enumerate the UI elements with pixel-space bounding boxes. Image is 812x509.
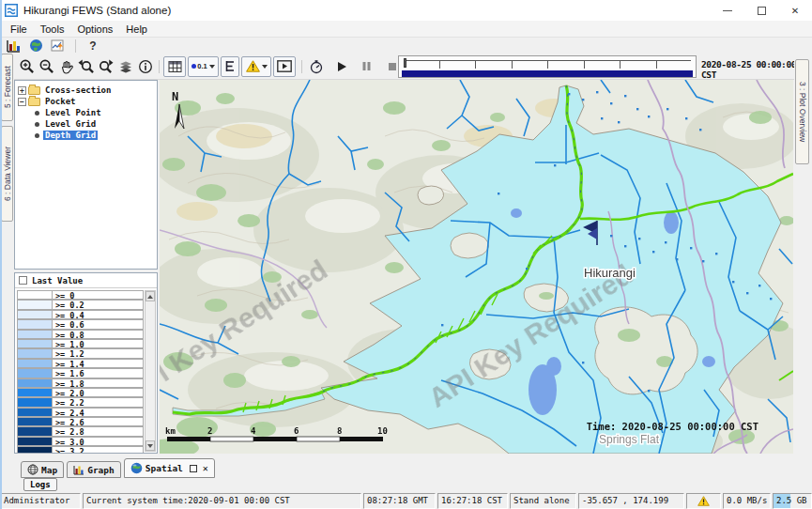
legend-color-swatch [17, 290, 53, 300]
logs-button[interactable]: Logs [23, 478, 57, 491]
legend-row-label: >= 2.4 [53, 408, 144, 417]
tree-item-pocket[interactable]: Pocket [17, 96, 155, 107]
timeline-ticks [404, 60, 691, 69]
timeline-slider[interactable] [398, 55, 697, 78]
menu-item[interactable]: File [4, 23, 34, 36]
chevron-down-icon [262, 65, 268, 69]
legend-color-swatch [17, 348, 53, 358]
left-tab-strip: 5 : Forecast 6 : Data Viewer [0, 54, 14, 457]
legend-row-label: >= 1.8 [53, 378, 144, 388]
legend-row[interactable]: >= 2.0 [17, 388, 144, 397]
close-panel-icon[interactable] [200, 463, 208, 473]
pan-button[interactable] [56, 56, 76, 77]
collapse-icon[interactable] [18, 98, 26, 106]
toolbar-separator [301, 60, 302, 73]
legend-row[interactable]: >= 0.4 [17, 310, 144, 319]
status-memory: 2.5 GB [773, 493, 812, 509]
legend-row-label: >= 2.6 [53, 417, 144, 426]
scale-tick: 10 [377, 426, 388, 436]
tree-item-level-grid[interactable]: Level Grid [17, 118, 155, 130]
longitudinal-profile-toggle[interactable] [221, 56, 239, 77]
tab-map[interactable]: Map [21, 461, 64, 478]
threshold-value: 0.1 [197, 62, 207, 70]
zoom-next-button[interactable] [96, 56, 115, 77]
grid-display-toggle[interactable] [163, 56, 186, 77]
legend-header: Last Value [15, 273, 157, 288]
legend-row[interactable]: >= 0.2 [17, 300, 144, 309]
zoom-in-button[interactable] [17, 56, 37, 77]
menu-item[interactable]: Tools [34, 23, 71, 36]
spatial-globe-icon [130, 462, 143, 474]
legend-color-swatch [17, 359, 53, 368]
animation-speed-button[interactable] [306, 56, 326, 77]
map-display-button[interactable] [26, 39, 45, 54]
tab-graph[interactable]: Graph [67, 461, 121, 478]
maximize-button[interactable] [744, 0, 778, 21]
tab-spatial-label: Spatial [146, 463, 183, 473]
legend-row[interactable]: >= 1.4 [17, 359, 144, 368]
pause-button[interactable] [357, 56, 376, 77]
tree-item-depth-grid[interactable]: Depth Grid [17, 130, 155, 141]
tab-forecast[interactable]: 5 : Forecast [1, 54, 13, 121]
status-warning-cell[interactable] [686, 493, 721, 509]
tab-map-label: Map [41, 465, 57, 475]
scroll-up-button[interactable] [146, 291, 155, 301]
expand-icon[interactable] [18, 86, 26, 95]
status-bar: Administrator Current system time:2020-0… [0, 493, 812, 509]
zoom-previous-button[interactable] [76, 56, 96, 77]
info-button[interactable] [135, 56, 155, 77]
logs-row: Logs [0, 478, 812, 493]
legend-row[interactable]: >= 1.0 [17, 339, 144, 348]
legend-scrollbar[interactable] [145, 290, 156, 452]
menu-item[interactable]: Help [119, 23, 154, 36]
thresholds-dropdown[interactable] [241, 56, 271, 77]
timeseries-dialog-button[interactable] [49, 39, 68, 54]
legend-row[interactable]: >= 0.6 [17, 319, 144, 329]
legend-row[interactable]: >= 2.6 [17, 417, 144, 426]
class-break-threshold-dropdown[interactable]: 0.1 [188, 56, 219, 77]
legend-color-swatch [17, 397, 53, 407]
legend-row[interactable]: >= 1.8 [17, 378, 144, 388]
map-panel[interactable]: API Key Required API Key Required Hikura… [160, 80, 793, 454]
legend-row[interactable]: >= 3.0 [17, 437, 144, 446]
title-bar: Hikurangi FEWS (Stand alone) [0, 0, 812, 21]
legend-row[interactable]: >= 3.2 [17, 446, 144, 453]
menu-item[interactable]: Options [70, 23, 119, 36]
tab-data-viewer[interactable]: 6 : Data Viewer [1, 126, 13, 222]
restore-panel-icon[interactable] [190, 465, 197, 472]
zoom-in-icon [19, 58, 35, 74]
legend-row[interactable]: >= 2.8 [17, 426, 144, 436]
legend-row[interactable]: >= 0 [17, 290, 144, 300]
tree-item-cross-section[interactable]: Cross-section [17, 85, 155, 96]
timeline-handle[interactable] [404, 58, 406, 68]
map-canvas[interactable]: API Key Required API Key Required Hikura… [160, 80, 793, 454]
legend-row[interactable]: >= 1.2 [17, 348, 144, 358]
legend-color-swatch [17, 310, 53, 319]
minimize-button[interactable] [711, 0, 744, 21]
legend-row-label: >= 0 [53, 290, 144, 300]
legend-row-label: >= 0.2 [53, 300, 144, 309]
animation-dialog-toggle[interactable] [273, 56, 296, 77]
close-button[interactable] [778, 0, 812, 21]
tree-item-level-point[interactable]: Level Point [17, 107, 155, 118]
last-value-checkbox[interactable] [19, 276, 27, 285]
tab-plot-overview[interactable]: 3 : Plot Overview [795, 59, 809, 164]
legend-row[interactable]: >= 1.6 [17, 368, 144, 378]
zoom-out-button[interactable] [37, 56, 56, 77]
help-button[interactable]: ? [84, 39, 102, 54]
legend-row[interactable]: >= 0.8 [17, 330, 144, 339]
zoom-out-icon [38, 58, 54, 74]
legend-row[interactable]: >= 2.2 [17, 397, 144, 407]
legend-row[interactable]: >= 2.4 [17, 408, 144, 417]
toolbar-separator [159, 60, 160, 73]
play-button[interactable] [331, 56, 351, 77]
scroll-down-button[interactable] [146, 440, 155, 451]
legend-row-label: >= 1.4 [53, 359, 144, 368]
tab-spatial[interactable]: Spatial [124, 458, 215, 478]
layers-button[interactable] [115, 56, 135, 77]
database-explorer-button[interactable] [4, 39, 23, 54]
legend-color-swatch [17, 408, 53, 417]
legend-panel: Last Value >= 0 >= 0.2 >= 0.4 >= 0.6 [14, 272, 158, 454]
legend-row-label: >= 3.0 [53, 437, 144, 446]
status-user: Administrator [0, 493, 81, 509]
